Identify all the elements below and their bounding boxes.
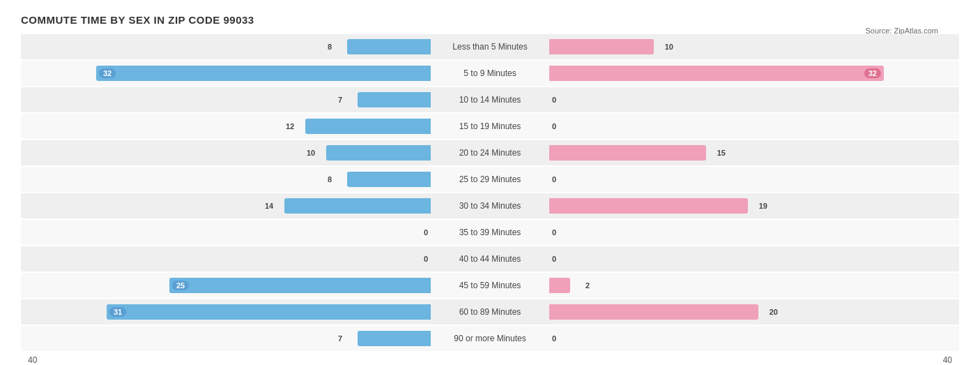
female-value: 20: [770, 308, 778, 316]
chart-row: 035 to 39 Minutes0: [21, 220, 959, 245]
axis-left: 40: [21, 355, 438, 365]
male-value: 8: [328, 43, 332, 51]
row-label: 15 to 19 Minutes: [431, 121, 549, 131]
female-value: 0: [552, 228, 556, 237]
female-value: 15: [717, 149, 726, 157]
male-value: 25: [172, 281, 189, 290]
female-bar: 15: [549, 145, 706, 161]
male-value: 7: [338, 96, 342, 104]
chart-row: 1215 to 19 Minutes0: [21, 114, 959, 139]
axis-left-value: 40: [28, 355, 37, 365]
male-value: 14: [265, 202, 273, 210]
row-label: 60 to 89 Minutes: [431, 307, 549, 317]
female-bar: 2: [549, 278, 570, 293]
chart-row: 825 to 29 Minutes0: [21, 167, 959, 192]
row-label: 35 to 39 Minutes: [431, 228, 549, 237]
female-bar: 19: [549, 198, 748, 214]
chart-row: 325 to 9 Minutes32: [21, 61, 959, 86]
row-label: 10 to 14 Minutes: [431, 95, 549, 105]
male-bar: 7: [358, 331, 431, 346]
male-bar: 14: [284, 198, 431, 214]
male-value: 0: [424, 228, 428, 237]
row-label: 40 to 44 Minutes: [431, 254, 549, 264]
chart-area: 8Less than 5 Minutes10325 to 9 Minutes32…: [21, 34, 959, 365]
row-label: 5 to 9 Minutes: [431, 68, 549, 78]
female-value: 19: [759, 202, 767, 210]
male-bar: 7: [358, 92, 431, 107]
male-bar: 8: [347, 172, 431, 187]
male-bar: 10: [326, 145, 431, 161]
male-value: 10: [307, 149, 315, 157]
chart-row: 1430 to 34 Minutes19: [21, 193, 959, 218]
female-value: 0: [552, 122, 556, 131]
male-bar: 25: [169, 278, 431, 293]
axis-row: 40 40: [21, 355, 959, 365]
chart-row: 040 to 44 Minutes0: [21, 246, 959, 271]
female-value: 0: [552, 96, 556, 104]
female-value: 32: [864, 68, 881, 78]
male-value: 31: [109, 307, 126, 317]
chart-row: 710 to 14 Minutes0: [21, 87, 959, 112]
male-value: 32: [99, 68, 116, 78]
row-label: 45 to 59 Minutes: [431, 281, 549, 290]
male-value: 12: [286, 122, 294, 131]
female-value: 10: [665, 43, 673, 51]
chart-row: 1020 to 24 Minutes15: [21, 140, 959, 165]
female-value: 0: [552, 255, 556, 263]
row-label: 90 or more Minutes: [431, 334, 549, 343]
axis-right: 40: [542, 355, 959, 365]
row-label: 30 to 34 Minutes: [431, 201, 549, 211]
male-bar: 12: [305, 119, 431, 134]
female-value: 0: [552, 334, 556, 343]
female-bar: 20: [549, 304, 758, 320]
row-label: Less than 5 Minutes: [431, 42, 549, 52]
male-bar: 32: [96, 66, 431, 81]
row-label: 20 to 24 Minutes: [431, 148, 549, 158]
male-value: 7: [338, 334, 342, 343]
chart-row: 3160 to 89 Minutes20: [21, 299, 959, 325]
female-value: 2: [585, 281, 590, 290]
chart-title: COMMUTE TIME BY SEX IN ZIP CODE 99033: [21, 14, 959, 26]
female-bar: 32: [549, 66, 884, 81]
male-value: 8: [328, 175, 332, 184]
female-value: 0: [552, 175, 556, 184]
female-bar: 10: [549, 39, 654, 54]
male-bar: 31: [107, 304, 431, 320]
chart-row: 790 or more Minutes0: [21, 326, 959, 351]
male-value: 0: [424, 255, 428, 263]
chart-row: 2545 to 59 Minutes2: [21, 273, 959, 298]
axis-right-value: 40: [943, 355, 952, 365]
male-bar: 8: [347, 39, 431, 54]
row-label: 25 to 29 Minutes: [431, 174, 549, 184]
chart-row: 8Less than 5 Minutes10: [21, 34, 959, 59]
